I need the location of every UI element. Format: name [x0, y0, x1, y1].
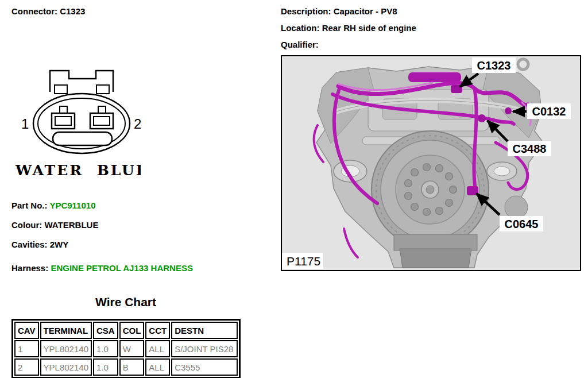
location-line: Location: Rear RH side of engine	[281, 23, 416, 33]
pin-number-2: 2	[134, 116, 141, 132]
connector-value: C1323	[60, 6, 85, 16]
cell-col: W	[119, 340, 145, 357]
description-value: Capacitor - PV8	[334, 6, 397, 16]
callout-c3488-label: C3488	[513, 142, 547, 155]
qualifier-line: Qualifier:	[281, 40, 319, 49]
cavities-label: Cavities:	[11, 240, 48, 249]
cell-csa: 1.0	[93, 358, 118, 376]
cell-terminal: YPL802140	[40, 358, 92, 376]
callout-c0645-label: C0645	[505, 218, 539, 230]
engine-location-figure: C1323 C0132 C3488 C0645 P1175	[281, 55, 581, 271]
col-header-cct: CCT	[145, 322, 170, 339]
photo-id: P1175	[287, 254, 320, 268]
exhaust-flange-right	[487, 162, 517, 180]
harness-line: Harness: ENGINE PETROL AJ133 HARNESS	[11, 263, 193, 273]
wire-chart-row-2: 2 YPL802140 1.0 B ALL C3555	[14, 358, 238, 376]
part-no-label: Part No.:	[11, 200, 48, 210]
col-header-terminal: TERMINAL	[40, 322, 92, 339]
cell-destn: C3555	[171, 358, 238, 376]
col-header-col: COL	[119, 322, 145, 339]
cell-cct: ALL	[145, 340, 170, 357]
cell-terminal: YPL802140	[40, 340, 92, 357]
cell-cav: 1	[14, 340, 39, 357]
engine-illustration: C1323 C0132 C3488 C0645 P1175	[282, 56, 580, 270]
colour-line: Colour: WATERBLUE	[11, 220, 98, 230]
callout-c1323-label: C1323	[477, 59, 511, 72]
location-label: Location:	[281, 23, 320, 33]
latch-foot-right	[96, 85, 109, 94]
cell-col: B	[119, 358, 145, 376]
cell-csa: 1.0	[93, 340, 118, 357]
colour-label: Colour:	[11, 220, 42, 230]
harness-label: Harness:	[11, 263, 48, 273]
part-no-line: Part No.: YPC911010	[11, 200, 96, 210]
connector-bottom-slot	[53, 132, 112, 145]
col-header-destn: DESTN	[171, 322, 238, 339]
colour-value: WATERBLUE	[45, 220, 99, 230]
housing-color-caption: WATER BLUE	[15, 162, 141, 179]
cell-cav: 2	[14, 358, 39, 376]
latch-foot-left	[55, 85, 67, 94]
wire-chart-table: CAV TERMINAL CSA COL CCT DESTN 1 YPL8021…	[11, 319, 241, 378]
wire-chart-title: Wire Chart	[11, 295, 240, 309]
cell-destn: S/JOINT PIS28	[171, 340, 238, 357]
connector-header: Connector: C1323	[11, 6, 85, 16]
location-value: Rear RH side of engine	[322, 23, 416, 33]
oil-pan	[394, 234, 477, 268]
pin-number-1: 1	[21, 116, 29, 132]
connector-face-diagram: 1 2 WATER BLUE	[14, 57, 141, 181]
description-line: Description: Capacitor - PV8	[281, 6, 397, 16]
qualifier-label: Qualifier:	[281, 40, 319, 49]
col-header-cav: CAV	[14, 322, 39, 339]
starter-motor	[505, 196, 528, 219]
part-no-value: YPC911010	[49, 200, 95, 210]
connector-label: Connector:	[11, 6, 57, 16]
cell-cct: ALL	[145, 358, 170, 376]
harness-value: ENGINE PETROL AJ133 HARNESS	[51, 263, 193, 273]
wire-chart-row-1: 1 YPL802140 1.0 W ALL S/JOINT PIS28	[14, 340, 238, 357]
description-label: Description:	[281, 6, 331, 16]
cavities-value: 2WY	[50, 240, 69, 249]
col-header-csa: CSA	[93, 322, 118, 339]
callout-c0132-label: C0132	[532, 105, 566, 118]
cavities-line: Cavities: 2WY	[11, 240, 68, 249]
wire-chart-header-row: CAV TERMINAL CSA COL CCT DESTN	[14, 322, 238, 339]
